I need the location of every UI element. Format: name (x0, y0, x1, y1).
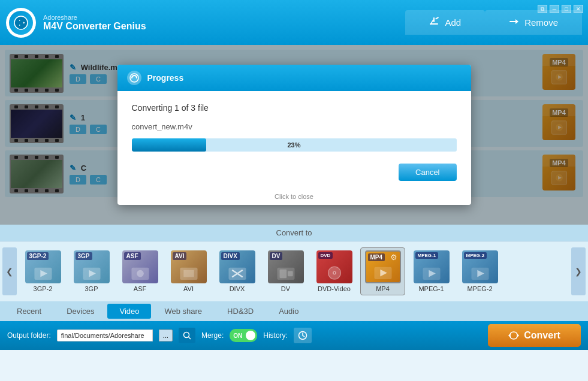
dialog-overlay: Progress Converting 1 of 3 file convert_… (0, 45, 588, 225)
svg-rect-3 (433, 17, 435, 22)
convert-button-label: Convert (524, 330, 560, 341)
tab-video[interactable]: Video (107, 304, 151, 319)
toggle-thumb (246, 331, 255, 340)
app-name: M4V Converter Genius (43, 21, 146, 32)
format-label: MP4 (376, 285, 390, 292)
remove-icon (509, 16, 520, 29)
output-path-input[interactable] (57, 329, 153, 341)
remove-button-label: Remove (524, 17, 558, 28)
tab-recent[interactable]: Recent (5, 304, 53, 319)
format-label: MPEG-2 (467, 285, 492, 292)
format-item-3gp2[interactable]: 3GP-2 3GP-2 (20, 247, 65, 295)
history-button[interactable] (294, 328, 312, 343)
format-item-dv[interactable]: DV DV (263, 247, 308, 295)
format-label: DVD-Video (318, 285, 351, 292)
scroll-left-arrow[interactable]: ❮ (2, 247, 17, 295)
svg-rect-25 (183, 270, 194, 277)
tab-devices[interactable]: Devices (55, 304, 106, 319)
tab-audio[interactable]: Audio (267, 304, 310, 319)
format-scroll: ❮ 3GP-2 3GP-2 3GP (2, 245, 586, 298)
progress-status: Converting 1 of 3 file (132, 103, 457, 113)
format-label: MPEG-1 (418, 285, 444, 292)
format-label: AVI (183, 285, 194, 292)
svg-rect-31 (287, 271, 293, 276)
add-icon (429, 16, 440, 29)
format-label: DIVX (230, 285, 245, 292)
title-bar: Adoreshare M4V Converter Genius Add Remo… (0, 0, 588, 45)
brand-name: Adoreshare (43, 14, 146, 21)
restore-button[interactable]: □ (562, 5, 571, 13)
minimize-button[interactable]: ─ (550, 5, 559, 13)
toggle-on-label: ON (233, 332, 242, 339)
cancel-button[interactable]: Cancel (399, 164, 456, 181)
format-item-divx[interactable]: DIVX DIVX (215, 247, 260, 295)
progress-dialog-body: Converting 1 of 3 file convert_new.m4v 2… (117, 91, 471, 193)
svg-rect-5 (430, 23, 438, 25)
restore2-button[interactable]: ⧉ (538, 5, 547, 13)
progress-bar-container: 23% (132, 138, 457, 152)
svg-point-41 (183, 332, 189, 338)
svg-line-42 (188, 337, 191, 340)
output-folder-label: Output folder: (7, 331, 51, 340)
merge-toggle[interactable]: ON (230, 329, 257, 342)
format-items: 3GP-2 3GP-2 3GP 3GP (17, 245, 571, 298)
svg-marker-7 (515, 19, 518, 24)
window-controls: ⧉ ─ □ ✕ (538, 5, 583, 13)
format-item-mp4[interactable]: MP4 ⚙ MP4 (360, 247, 405, 295)
toolbar-actions: Add Remove (405, 10, 582, 35)
format-label: 3GP (85, 285, 98, 292)
format-label: DV (281, 285, 290, 292)
progress-dialog-title: Progress (147, 73, 184, 83)
progress-bar-fill (132, 138, 207, 152)
progress-dialog: Progress Converting 1 of 3 file convert_… (117, 65, 471, 205)
add-button[interactable]: Add (405, 10, 485, 35)
format-area: ❮ 3GP-2 3GP-2 3GP (0, 241, 588, 301)
tab-webshare[interactable]: Web share (152, 304, 214, 319)
main-area-wrapper: ✎ Wildlife.m4v D C MP4 (0, 45, 588, 225)
convert-to-label: Convert to (276, 228, 312, 237)
format-item-asf[interactable]: ASF ASF (117, 247, 162, 295)
progress-filename: convert_new.m4v (132, 122, 457, 131)
remove-button[interactable]: Remove (485, 10, 582, 35)
app-logo (6, 8, 36, 38)
convert-button[interactable]: Convert (488, 324, 581, 347)
svg-rect-4 (435, 17, 439, 20)
history-label: History: (263, 331, 288, 340)
browse-button[interactable]: ... (159, 329, 173, 341)
close-button[interactable]: ✕ (574, 5, 583, 13)
svg-marker-45 (508, 334, 510, 337)
add-button-label: Add (445, 17, 461, 28)
format-item-avi[interactable]: AVI AVI (166, 247, 211, 295)
app-title-block: Adoreshare M4V Converter Genius (43, 14, 146, 32)
format-item-dvd[interactable]: DVD DVD-Video (312, 247, 357, 295)
format-item-mpeg2[interactable]: MPEG-2 MPEG-2 (457, 247, 502, 295)
progress-percent-label: 23% (287, 141, 300, 149)
format-label: ASF (134, 285, 146, 292)
tabs-bar: Recent Devices Video Web share HD&3D Aud… (0, 301, 588, 321)
format-item-3gp[interactable]: 3GP 3GP (69, 247, 114, 295)
click-to-close-hint: Click to close (117, 193, 471, 205)
merge-label: Merge: (201, 331, 224, 340)
progress-actions: Cancel (132, 164, 457, 181)
progress-icon (127, 71, 141, 85)
convert-to-bar: Convert to (0, 225, 588, 241)
format-label: 3GP-2 (34, 285, 53, 292)
bottom-bar: Output folder: ... Merge: ON History: Co… (0, 321, 588, 350)
svg-point-23 (137, 270, 144, 277)
tab-hd3d[interactable]: HD&3D (215, 304, 266, 319)
progress-dialog-header: Progress (117, 65, 471, 91)
svg-point-34 (333, 272, 334, 273)
svg-rect-30 (279, 269, 287, 278)
svg-point-2 (19, 20, 23, 25)
scroll-right-arrow[interactable]: ❯ (571, 247, 586, 295)
format-item-mpeg1[interactable]: MPEG-1 MPEG-1 (409, 247, 454, 295)
search-button[interactable] (179, 328, 195, 343)
